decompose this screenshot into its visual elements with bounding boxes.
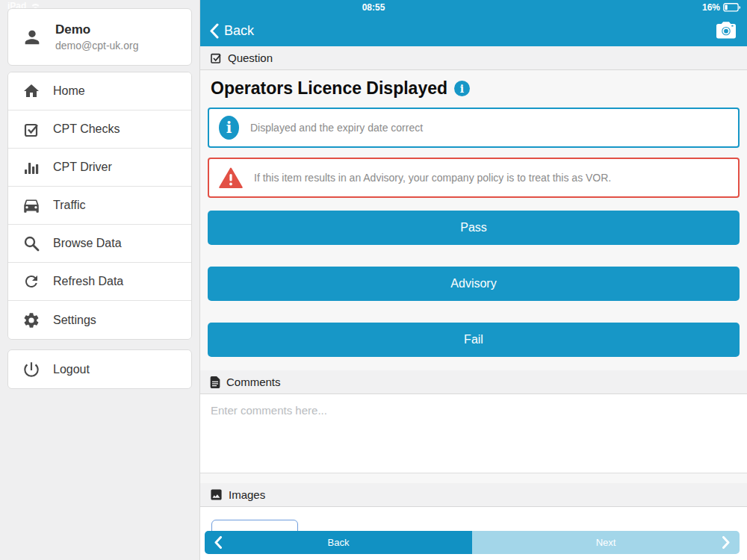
sidebar-menu: Home CPT Checks CPT Driver: [7, 72, 192, 340]
fail-button[interactable]: Fail: [208, 323, 740, 357]
sidebar-item-label: Refresh Data: [53, 275, 123, 288]
checkbox-icon: [21, 120, 42, 138]
warning-banner-text: If this item results in an Advisory, you…: [254, 172, 611, 184]
sidebar-item-label: CPT Checks: [53, 122, 120, 136]
question-section-label: Question: [228, 52, 273, 64]
sidebar-item-cpt-driver[interactable]: CPT Driver: [8, 149, 191, 187]
car-icon: [21, 196, 42, 215]
info-banner: i Displayed and the expiry date correct: [208, 108, 740, 148]
header-back-label: Back: [224, 23, 254, 39]
chevron-left-icon: [209, 23, 219, 39]
profile-email: demo@cpt-uk.org: [55, 40, 138, 52]
logout-label: Logout: [53, 363, 90, 376]
chevron-right-icon: [722, 536, 730, 549]
pass-button[interactable]: Pass: [208, 211, 740, 245]
images-section-header: Images: [200, 483, 747, 507]
camera-button[interactable]: [714, 21, 738, 40]
images-section-label: Images: [229, 488, 265, 501]
question-checkbox-icon: [210, 52, 222, 64]
bar-chart-icon: [21, 158, 42, 176]
sidebar-item-label: Settings: [53, 314, 96, 327]
info-circle-icon: i: [219, 116, 239, 140]
document-icon: [210, 376, 220, 388]
comments-section-header: Comments: [200, 370, 747, 394]
sidebar-item-label: Home: [53, 84, 85, 98]
warning-triangle-icon: [219, 167, 243, 189]
main-content: 08:55 16% Back: [200, 0, 747, 560]
sidebar-item-browse-data[interactable]: Browse Data: [8, 225, 191, 263]
footer-nav: Back Next: [205, 531, 740, 554]
footer-next-button[interactable]: Next: [472, 531, 740, 554]
battery-percent: 16%: [702, 2, 720, 13]
power-icon: [21, 360, 42, 379]
footer-back-label: Back: [328, 537, 350, 548]
refresh-icon: [21, 273, 42, 290]
sidebar-item-label: Browse Data: [53, 237, 122, 250]
footer-next-label: Next: [596, 537, 616, 548]
sidebar-item-settings[interactable]: Settings: [8, 301, 191, 339]
question-title: Operators Licence Displayed i: [211, 78, 737, 99]
search-icon: [21, 234, 42, 252]
logout-button[interactable]: Logout: [8, 350, 191, 388]
nav-header: Back: [200, 15, 747, 46]
section-gap: [200, 473, 747, 483]
sidebar-item-traffic[interactable]: Traffic: [8, 187, 191, 225]
status-time: 08:55: [362, 2, 385, 13]
logout-card: Logout: [7, 349, 192, 389]
camera-icon: [714, 21, 738, 40]
sidebar-item-refresh-data[interactable]: Refresh Data: [8, 263, 191, 301]
advisory-button[interactable]: Advisory: [208, 267, 740, 301]
sidebar-item-cpt-checks[interactable]: CPT Checks: [8, 111, 191, 149]
question-section-header: Question: [200, 46, 747, 70]
image-icon: [210, 489, 223, 500]
header-back-button[interactable]: Back: [209, 23, 254, 39]
user-avatar-icon: [22, 25, 43, 49]
warning-banner: If this item results in an Advisory, you…: [208, 158, 740, 198]
profile-name: Demo: [55, 22, 138, 37]
status-bar: 08:55 16%: [200, 0, 747, 15]
sidebar-item-label: Traffic: [53, 199, 86, 212]
footer-back-button[interactable]: Back: [205, 531, 472, 554]
sidebar: iPad Demo demo@cpt-uk.org Home: [0, 0, 200, 560]
sidebar-item-home[interactable]: Home: [8, 72, 191, 111]
info-banner-text: Displayed and the expiry date correct: [250, 122, 423, 134]
chevron-left-icon: [214, 536, 222, 549]
info-icon[interactable]: i: [454, 81, 470, 96]
battery-icon: [723, 3, 741, 12]
home-icon: [21, 82, 42, 100]
sidebar-item-label: CPT Driver: [53, 161, 112, 174]
gear-icon: [21, 311, 42, 329]
comments-input[interactable]: [200, 394, 747, 473]
profile-card[interactable]: Demo demo@cpt-uk.org: [7, 8, 192, 66]
comments-section-label: Comments: [226, 376, 281, 388]
